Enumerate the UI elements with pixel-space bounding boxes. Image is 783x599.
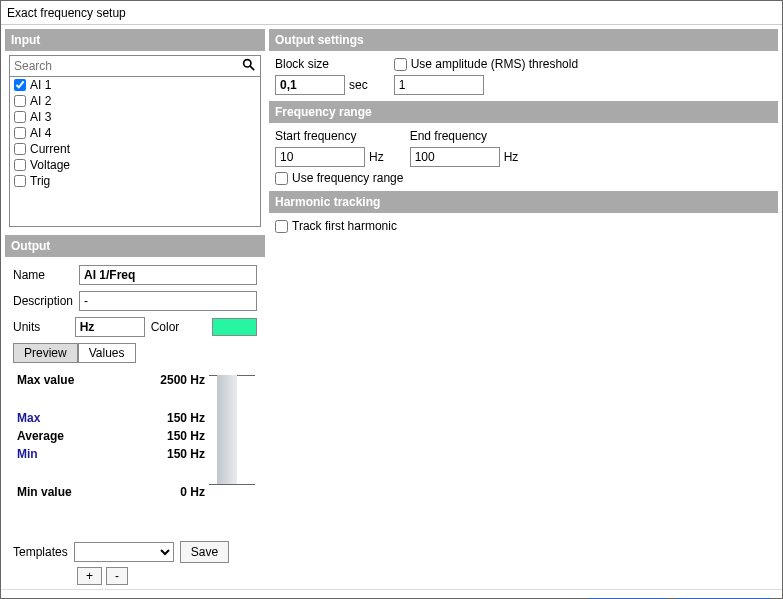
input-channel-label: AI 3 [30, 110, 51, 124]
content: Input AI 1AI 2AI 3AI 4CurrentVoltageTrig… [1, 25, 782, 589]
start-freq-unit: Hz [369, 150, 384, 164]
output-section: Output Name Description Units Color [5, 235, 265, 513]
input-channel-label: Voltage [30, 158, 70, 172]
input-channel-item[interactable]: Current [10, 141, 260, 157]
min-label: Min [17, 447, 38, 461]
block-size-unit: sec [349, 78, 368, 92]
track-harmonic-label: Track first harmonic [292, 219, 397, 233]
output-tabs: Preview Values [13, 343, 257, 363]
templates-save-button[interactable]: Save [180, 541, 229, 563]
min: 150 Hz [167, 447, 205, 461]
input-channel-label: Current [30, 142, 70, 156]
units-input[interactable] [75, 317, 145, 337]
templates-add-button[interactable]: + [77, 567, 102, 585]
max-value: 2500 Hz [160, 373, 205, 387]
input-channel-checkbox[interactable] [14, 159, 26, 171]
use-freq-range-checkbox[interactable]: Use frequency range [275, 171, 403, 185]
input-channel-item[interactable]: AI 2 [10, 93, 260, 109]
avg: 150 Hz [167, 429, 205, 443]
templates-label: Templates [13, 545, 68, 559]
input-channel-checkbox[interactable] [14, 143, 26, 155]
use-threshold-checkbox[interactable]: Use amplitude (RMS) threshold [394, 57, 578, 71]
search-icon [237, 58, 260, 74]
dialog: Exact frequency setup Input AI 1AI 2AI 3… [0, 0, 783, 599]
end-freq-unit: Hz [504, 150, 519, 164]
color-swatch[interactable] [212, 318, 257, 336]
frequency-range-header: Frequency range [269, 101, 778, 123]
color-label: Color [151, 320, 207, 334]
input-channel-checkbox[interactable] [14, 175, 26, 187]
min-value: 0 Hz [180, 485, 205, 499]
max-value-label: Max value [17, 373, 74, 387]
input-channel-checkbox[interactable] [14, 111, 26, 123]
input-channel-label: AI 2 [30, 94, 51, 108]
input-channel-label: AI 1 [30, 78, 51, 92]
name-label: Name [13, 268, 73, 282]
search-input[interactable] [10, 56, 237, 76]
max: 150 Hz [167, 411, 205, 425]
input-channel-item[interactable]: AI 1 [10, 77, 260, 93]
svg-line-1 [250, 66, 254, 70]
input-channel-list[interactable]: AI 1AI 2AI 3AI 4CurrentVoltageTrig [9, 77, 261, 227]
input-channel-checkbox[interactable] [14, 95, 26, 107]
preview-panel: Max value2500 Hz Max150 Hz Average150 Hz… [13, 363, 257, 509]
max-label: Max [17, 411, 40, 425]
preview-bar [213, 375, 253, 485]
frequency-range-section: Frequency range Start frequency Hz End f… [269, 101, 778, 187]
name-input[interactable] [79, 265, 257, 285]
track-harmonic-checkbox[interactable]: Track first harmonic [275, 219, 397, 233]
input-header: Input [5, 29, 265, 51]
input-channel-label: Trig [30, 174, 50, 188]
input-channel-item[interactable]: Voltage [10, 157, 260, 173]
output-settings-section: Output settings Block size sec Use ampli… [269, 29, 778, 97]
start-freq-label: Start frequency [275, 129, 384, 143]
input-channel-item[interactable]: AI 4 [10, 125, 260, 141]
harmonic-header: Harmonic tracking [269, 191, 778, 213]
input-channel-checkbox[interactable] [14, 127, 26, 139]
description-input[interactable] [79, 291, 257, 311]
input-channel-checkbox[interactable] [14, 79, 26, 91]
templates-select[interactable] [74, 542, 174, 562]
output-header: Output [5, 235, 265, 257]
preview-stats: Max value2500 Hz Max150 Hz Average150 Hz… [17, 371, 205, 501]
start-freq-input[interactable] [275, 147, 365, 167]
end-freq-input[interactable] [410, 147, 500, 167]
harmonic-section: Harmonic tracking Track first harmonic [269, 191, 778, 235]
templates-remove-button[interactable]: - [106, 567, 128, 585]
input-channel-label: AI 4 [30, 126, 51, 140]
end-freq-label: End frequency [410, 129, 519, 143]
input-channel-item[interactable]: AI 3 [10, 109, 260, 125]
output-settings-header: Output settings [269, 29, 778, 51]
block-size-input[interactable] [275, 75, 345, 95]
input-section: Input AI 1AI 2AI 3AI 4CurrentVoltageTrig [5, 29, 265, 231]
tab-values[interactable]: Values [78, 343, 136, 363]
right-column: Output settings Block size sec Use ampli… [269, 29, 778, 585]
left-column: Input AI 1AI 2AI 3AI 4CurrentVoltageTrig… [5, 29, 265, 585]
use-freq-range-label: Use frequency range [292, 171, 403, 185]
dialog-footer: OK Cancel [1, 589, 782, 599]
tab-preview[interactable]: Preview [13, 343, 78, 363]
min-value-label: Min value [17, 485, 72, 499]
avg-label: Average [17, 429, 64, 443]
threshold-input[interactable] [394, 75, 484, 95]
units-label: Units [13, 320, 69, 334]
use-threshold-label: Use amplitude (RMS) threshold [411, 57, 578, 71]
input-channel-item[interactable]: Trig [10, 173, 260, 189]
search-box[interactable] [9, 55, 261, 77]
window-title: Exact frequency setup [1, 1, 782, 25]
description-label: Description [13, 294, 73, 308]
svg-point-0 [244, 60, 251, 67]
block-size-label: Block size [275, 57, 368, 71]
templates-row: Templates Save [5, 535, 265, 563]
